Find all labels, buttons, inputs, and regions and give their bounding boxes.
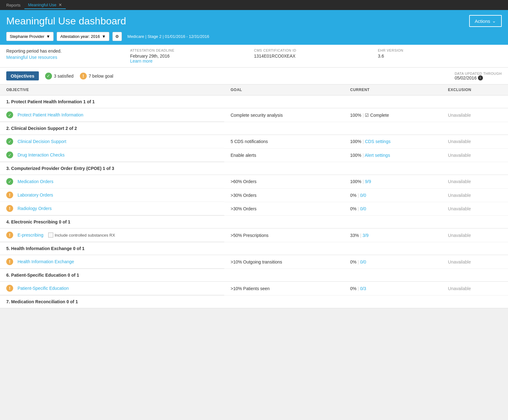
- objective-link[interactable]: E-prescribing: [18, 233, 43, 238]
- info-icon[interactable]: i: [478, 75, 483, 80]
- objective-link[interactable]: Protect Patient Health Information: [18, 112, 83, 117]
- below-goal-count: 7 below goal: [89, 74, 113, 79]
- current-detail-link[interactable]: 3/9: [362, 233, 368, 238]
- objective-link[interactable]: Patient-Specific Education: [18, 286, 69, 291]
- current-detail-link[interactable]: 0/3: [360, 286, 366, 291]
- provider-select[interactable]: Stephanie Provider ▼: [6, 32, 54, 41]
- table-section-row: 2. Clinical Decision Support 2 of 2: [0, 122, 508, 135]
- current-detail-link[interactable]: 0/0: [360, 259, 366, 264]
- warning-icon: !: [6, 205, 13, 212]
- ehr-version-label: EHR VERSION: [378, 49, 502, 52]
- exclusion-cell: Unavailable: [442, 255, 508, 269]
- check-icon: ✓: [6, 151, 13, 158]
- exclusion-cell: Unavailable: [442, 188, 508, 202]
- current-detail-link[interactable]: 0/0: [360, 193, 366, 198]
- reporting-section: Reporting period has ended. Meaningful U…: [6, 49, 130, 60]
- warning-icon: !: [6, 258, 13, 265]
- table-row: ✓Protect Patient Health InformationCompl…: [0, 108, 508, 122]
- table-row: ✓Clinical Decision Support5 CDS notifica…: [0, 135, 508, 149]
- table-section-row: 5. Health Information Exchange 0 of 1: [0, 242, 508, 255]
- check-icon: ✓: [6, 111, 13, 118]
- current-detail-link[interactable]: 0/0: [360, 206, 366, 211]
- objectives-table: OBJECTIVE GOAL CURRENT EXCLUSION 1. Prot…: [0, 84, 508, 308]
- page-title: Meaningful Use dashboard: [6, 15, 126, 27]
- col-current: CURRENT: [344, 85, 442, 95]
- current-detail-link[interactable]: 9/9: [365, 179, 371, 184]
- learn-more-link[interactable]: Learn more: [130, 59, 153, 64]
- table-section-row: 1. Protect Patient Health Information 1 …: [0, 95, 508, 108]
- page-header: Meaningful Use dashboard Actions ⌄: [0, 10, 508, 32]
- objective-link[interactable]: Health Information Exchange: [18, 259, 74, 264]
- current-cell: 0% | 0/0: [344, 255, 442, 269]
- goal-cell: Complete security analysis: [224, 108, 344, 122]
- meaningful-use-resources-link[interactable]: Meaningful Use resources: [6, 55, 57, 60]
- below-goal-status: ! 7 below goal: [80, 73, 113, 79]
- year-select[interactable]: Attestation year: 2016 ▼: [57, 32, 109, 41]
- cms-section: CMS CERTIFICATION ID 1314E01RCO0XEAX: [254, 49, 378, 59]
- actions-button[interactable]: Actions ⌄: [469, 15, 502, 27]
- objectives-table-container: OBJECTIVE GOAL CURRENT EXCLUSION 1. Prot…: [0, 84, 508, 308]
- current-cell: 0% | 0/0: [344, 188, 442, 202]
- current-cell: 0% | 0/3: [344, 282, 442, 295]
- objective-link[interactable]: Medication Orders: [18, 179, 53, 184]
- chevron-down-icon: ⌄: [492, 18, 496, 24]
- data-updated-label: DATA UPDATED THROUGH: [455, 72, 502, 75]
- attestation-deadline-label: ATTESTATION DEADLINE: [130, 49, 254, 52]
- objective-link[interactable]: Clinical Decision Support: [18, 139, 66, 144]
- current-cell: 100% | CDS settings: [344, 135, 442, 149]
- check-icon: ✓: [6, 178, 13, 185]
- warning-icon: !: [6, 232, 13, 238]
- tab-close-icon[interactable]: ✕: [59, 3, 62, 7]
- col-exclusion: EXCLUSION: [442, 85, 508, 95]
- controls-bar: Stephanie Provider ▼ Attestation year: 2…: [0, 32, 508, 45]
- exclusion-cell: Unavailable: [442, 282, 508, 295]
- period-text: Medicare | Stage 2 | 01/01/2016 - 12/31/…: [127, 34, 209, 39]
- info-bar: Reporting period has ended. Meaningful U…: [0, 45, 508, 68]
- goal-cell: >10% Outgoing transitions: [224, 255, 344, 269]
- warning-icon: !: [6, 285, 13, 292]
- exclusion-cell: Unavailable: [442, 175, 508, 189]
- data-updated-section: DATA UPDATED THROUGH 05/02/2016 i: [455, 72, 502, 80]
- ehr-version-value: 3.6: [378, 54, 502, 59]
- checkbox-label: Include controlled substances RX: [54, 233, 115, 238]
- table-row: !E-prescribingInclude controlled substan…: [0, 228, 508, 242]
- table-row: ✓Drug Interaction ChecksEnable alerts100…: [0, 148, 508, 162]
- cms-id-value: 1314E01RCO0XEAX: [254, 54, 378, 59]
- table-row: !Radiology Orders>30% Orders0% | 0/0Unav…: [0, 202, 508, 216]
- current-cell: 0% | 0/0: [344, 202, 442, 216]
- col-goal: GOAL: [224, 85, 344, 95]
- current-cell: 100% | ☑ Complete: [344, 108, 442, 122]
- check-icon: ✓: [6, 138, 13, 145]
- objective-link[interactable]: Laboratory Orders: [18, 192, 53, 197]
- objective-link[interactable]: Radiology Orders: [18, 206, 52, 211]
- warning-icon: !: [80, 73, 87, 79]
- goal-cell: >50% Prescriptions: [224, 228, 344, 242]
- tab-meaningful-use[interactable]: Meaningful Use ✕: [24, 1, 66, 9]
- goal-cell: >30% Orders: [224, 188, 344, 202]
- chevron-down-icon: ▼: [46, 34, 50, 39]
- goal-cell: >60% Orders: [224, 175, 344, 189]
- goal-cell: >10% Patients seen: [224, 282, 344, 295]
- reporting-period-text: Reporting period has ended.: [6, 49, 130, 54]
- warning-icon: !: [6, 192, 13, 198]
- ehr-section: EHR VERSION 3.6: [378, 49, 502, 59]
- goal-cell: 5 CDS notifications: [224, 135, 344, 149]
- exclusion-cell: Unavailable: [442, 148, 508, 162]
- exclusion-cell: Unavailable: [442, 135, 508, 149]
- tab-bar: Reports Meaningful Use ✕: [0, 0, 508, 10]
- exclusion-cell: Unavailable: [442, 108, 508, 122]
- tab-reports[interactable]: Reports: [3, 2, 24, 9]
- table-row: !Patient-Specific Education>10% Patients…: [0, 282, 508, 295]
- current-detail-link[interactable]: Alert settings: [365, 153, 390, 158]
- data-updated-value: 05/02/2016 i: [455, 75, 502, 80]
- table-header-row: OBJECTIVE GOAL CURRENT EXCLUSION: [0, 85, 508, 95]
- settings-button[interactable]: ⚙: [112, 32, 122, 41]
- objective-link[interactable]: Drug Interaction Checks: [18, 152, 65, 157]
- checkbox-controlled-substances[interactable]: [48, 233, 53, 238]
- table-section-row: 4. Electronic Prescribing 0 of 1: [0, 216, 508, 228]
- current-detail-link[interactable]: CDS settings: [365, 139, 391, 144]
- table-section-row: 7. Medication Reconciliation 0 of 1: [0, 295, 508, 308]
- table-row: !Health Information Exchange>10% Outgoin…: [0, 255, 508, 269]
- cms-id-label: CMS CERTIFICATION ID: [254, 49, 378, 52]
- attestation-section: ATTESTATION DEADLINE February 29th, 2016…: [130, 49, 254, 64]
